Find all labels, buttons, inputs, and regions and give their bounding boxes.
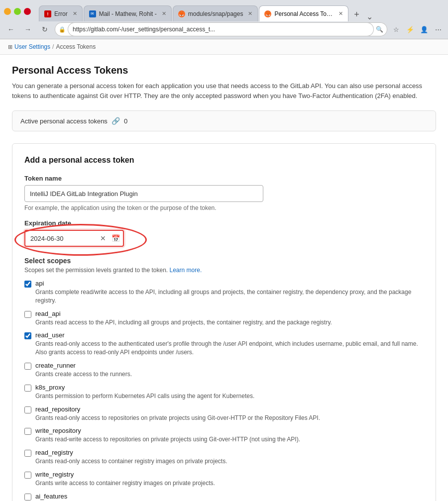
scope-name-read_repository: read_repository: [35, 405, 320, 413]
expiration-clear-button[interactable]: ✕: [98, 233, 108, 243]
scope-desc-read_repository: Grants read-only access to repositories …: [35, 414, 320, 422]
extension-icon[interactable]: ⚡: [404, 23, 416, 35]
scope-checkbox-api[interactable]: [24, 281, 31, 288]
breadcrumb: ⊞ User Settings / Access Tokens: [0, 39, 448, 55]
scope-name-ai_features: ai_features: [35, 493, 172, 500]
page-main: Personal Access Tokens You can generate …: [0, 55, 448, 501]
page-title: Personal Access Tokens: [12, 65, 436, 76]
expiration-label: Expiration date: [24, 219, 424, 227]
scopes-list: apiGrants complete read/write access to …: [24, 280, 424, 501]
scope-content-read_api: read_apiGrants read access to the API, i…: [35, 310, 332, 327]
close-button[interactable]: [24, 8, 31, 15]
token-name-group: Token name For example, the application …: [24, 175, 424, 211]
scope-checkbox-write_registry[interactable]: [24, 472, 31, 479]
scope-content-write_repository: write_repositoryGrants read-write access…: [35, 427, 300, 444]
scope-name-k8s_proxy: k8s_proxy: [35, 384, 254, 391]
token-name-hint: For example, the application using the t…: [24, 204, 424, 211]
bookmark-icon[interactable]: ☆: [390, 23, 402, 35]
scope-name-read_user: read_user: [35, 331, 424, 339]
scope-content-ai_features: ai_featuresGrants access to GitLab Duo r…: [35, 493, 172, 501]
scope-desc-read_api: Grants read access to the API, including…: [35, 318, 332, 327]
tab-gitlab-modules[interactable]: 🦊 modules/snap/pages ✕: [173, 5, 258, 21]
scope-name-read_registry: read_registry: [35, 449, 227, 456]
token-name-label: Token name: [24, 175, 424, 182]
gitlab-modules-favicon: 🦊: [178, 10, 185, 17]
tab-personal-access-token[interactable]: 🦊 Personal Access Token ✕: [259, 5, 348, 21]
tab-pat-label: Personal Access Token: [274, 10, 334, 17]
scope-name-api: api: [35, 280, 424, 287]
mail-favicon: ✉: [89, 10, 96, 17]
scope-desc-k8s_proxy: Grants permission to perform Kubernetes …: [35, 392, 254, 401]
tab-mail-close[interactable]: ✕: [162, 10, 166, 17]
scope-item-read_user: read_userGrants read-only access to the …: [24, 331, 424, 357]
expiration-input[interactable]: [24, 230, 124, 247]
scope-content-read_registry: read_registryGrants read-only access to …: [35, 449, 227, 466]
scope-content-read_user: read_userGrants read-only access to the …: [35, 331, 424, 357]
scope-name-read_api: read_api: [35, 310, 332, 317]
add-token-section: Add a personal access token Token name F…: [12, 143, 436, 501]
scope-checkbox-read_user[interactable]: [24, 332, 31, 339]
minimize-button[interactable]: [4, 8, 11, 15]
page-content: ⊞ User Settings / Access Tokens Personal…: [0, 39, 448, 501]
active-tokens-label: Active personal access tokens: [20, 117, 108, 125]
scope-item-k8s_proxy: k8s_proxyGrants permission to perform Ku…: [24, 384, 424, 401]
menu-icon[interactable]: ⋯: [432, 23, 444, 35]
scopes-section: Select scopes Scopes set the permission …: [24, 257, 424, 501]
tab-list-button[interactable]: ⌄: [366, 12, 373, 21]
gitlab-pat-favicon: 🦊: [264, 10, 271, 17]
scope-checkbox-read_api[interactable]: [24, 311, 31, 318]
scope-desc-read_user: Grants read-only access to the authentic…: [35, 340, 424, 357]
tab-mail[interactable]: ✉ Mail - Mathew, Rohit - ✕: [84, 5, 172, 21]
expiration-group: Expiration date ✕ 📅: [24, 219, 424, 247]
active-tokens-bar: Active personal access tokens 🔗 0: [12, 110, 436, 131]
link-icon: 🔗: [112, 117, 120, 125]
scope-item-write_registry: write_registryGrants write access to con…: [24, 471, 424, 488]
breadcrumb-separator: /: [52, 43, 54, 50]
address-bar-row: ← → ↻ 🔒 🔍 ☆ ⚡ 👤 ⋯: [0, 20, 448, 39]
new-tab-button[interactable]: +: [349, 7, 363, 21]
refresh-button[interactable]: ↻: [38, 22, 52, 36]
token-name-input[interactable]: [24, 185, 263, 202]
scope-checkbox-ai_features[interactable]: [24, 494, 31, 501]
breadcrumb-icon: ⊞: [8, 44, 12, 50]
tab-gitlab-modules-close[interactable]: ✕: [248, 10, 252, 17]
scope-item-api: apiGrants complete read/write access to …: [24, 280, 424, 305]
scope-desc-read_registry: Grants read-only access to container reg…: [35, 457, 227, 466]
scope-checkbox-write_repository[interactable]: [24, 428, 31, 435]
tab-pat-close[interactable]: ✕: [338, 10, 343, 17]
scope-checkbox-read_repository[interactable]: [24, 406, 31, 413]
scope-desc-api: Grants complete read/write access to the…: [35, 288, 424, 305]
search-icon: 🔍: [376, 26, 383, 33]
scope-item-read_repository: read_repositoryGrants read-only access t…: [24, 405, 424, 422]
scope-item-create_runner: create_runnerGrants create access to the…: [24, 362, 424, 379]
scope-checkbox-k8s_proxy[interactable]: [24, 385, 31, 392]
address-icons: ☆ ⚡ 👤 ⋯: [390, 23, 444, 35]
scope-checkbox-read_registry[interactable]: [24, 450, 31, 457]
forward-button[interactable]: →: [21, 22, 35, 36]
scope-desc-create_runner: Grants create access to the runners.: [35, 370, 132, 379]
tab-error-close[interactable]: ✕: [73, 10, 77, 17]
scope-checkbox-create_runner[interactable]: [24, 363, 31, 370]
back-button[interactable]: ←: [4, 22, 18, 36]
expiration-wrapper: ✕ 📅: [24, 230, 124, 247]
scope-content-k8s_proxy: k8s_proxyGrants permission to perform Ku…: [35, 384, 254, 401]
scope-item-read_registry: read_registryGrants read-only access to …: [24, 449, 424, 466]
maximize-button[interactable]: [14, 8, 21, 15]
scope-content-write_registry: write_registryGrants write access to con…: [35, 471, 215, 488]
scope-content-api: apiGrants complete read/write access to …: [35, 280, 424, 305]
breadcrumb-parent[interactable]: User Settings: [14, 43, 50, 50]
calendar-icon: 📅: [112, 234, 120, 242]
scopes-hint-text: Scopes set the permission levels granted…: [24, 267, 168, 274]
scope-desc-write_registry: Grants write access to container registr…: [35, 479, 215, 488]
tab-gitlab-modules-label: modules/snap/pages: [188, 10, 243, 17]
tab-error[interactable]: ! Error ✕: [39, 5, 83, 21]
scope-content-create_runner: create_runnerGrants create access to the…: [35, 362, 132, 379]
scope-content-read_repository: read_repositoryGrants read-only access t…: [35, 405, 320, 422]
lock-icon: 🔒: [59, 26, 66, 33]
address-input[interactable]: [68, 22, 374, 36]
profile-icon[interactable]: 👤: [418, 23, 430, 35]
scopes-learn-more[interactable]: Learn more.: [170, 267, 202, 274]
error-favicon: !: [44, 10, 51, 17]
scope-name-create_runner: create_runner: [35, 362, 132, 369]
expiration-calendar-button[interactable]: 📅: [112, 234, 120, 242]
